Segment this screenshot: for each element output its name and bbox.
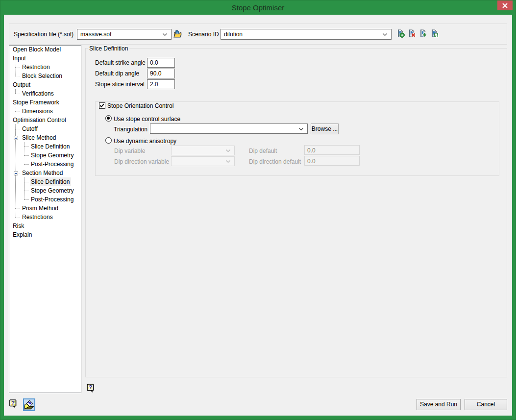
svg-text:?: ? bbox=[11, 400, 15, 406]
svg-text:?: ? bbox=[89, 384, 92, 390]
